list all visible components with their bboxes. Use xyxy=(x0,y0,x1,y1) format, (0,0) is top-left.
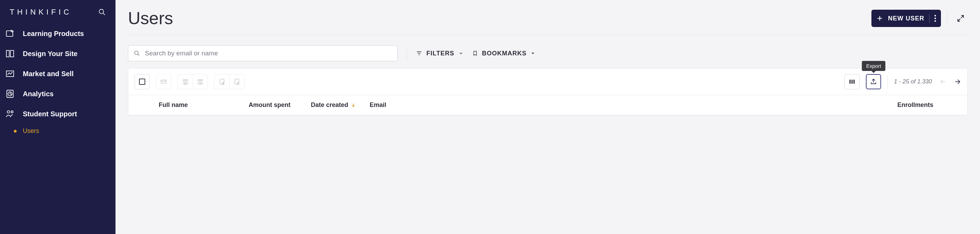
bookmarks-label: BOOKMARKS xyxy=(482,50,527,57)
svg-rect-4 xyxy=(10,51,13,57)
column-header-email[interactable]: Email xyxy=(366,101,456,109)
sidebar-item-label: Analytics xyxy=(23,90,54,98)
column-header-amount[interactable]: Amount spent xyxy=(245,101,307,109)
filter-icon xyxy=(416,50,422,56)
svg-point-29 xyxy=(198,80,200,82)
svg-rect-3 xyxy=(6,51,10,57)
sidebar-item-label: Student Support xyxy=(23,110,77,118)
chevron-down-icon xyxy=(458,51,463,56)
design-icon xyxy=(5,48,15,59)
analytics-icon xyxy=(5,89,15,99)
checkbox-icon xyxy=(139,79,145,85)
table-toolbar: Export 1 - 25 of 1.330 xyxy=(128,69,967,95)
triangle-down-icon xyxy=(531,51,535,55)
svg-line-1 xyxy=(103,13,105,15)
main-content: Users NEW USER xyxy=(116,0,980,234)
svg-point-30 xyxy=(200,80,203,82)
toolbar-left xyxy=(135,74,245,89)
sidebar-item-label: Market and Sell xyxy=(23,70,74,78)
add-to-group-button[interactable] xyxy=(177,74,192,89)
svg-point-17 xyxy=(135,51,138,55)
kebab-icon[interactable] xyxy=(934,15,936,22)
search-icon xyxy=(134,50,140,56)
svg-point-0 xyxy=(99,10,104,14)
select-all-checkbox[interactable] xyxy=(135,74,150,89)
columns-button[interactable] xyxy=(845,74,860,89)
enroll-actions xyxy=(214,74,245,89)
sidebar-item-design-site[interactable]: Design Your Site xyxy=(0,43,116,64)
header-actions: NEW USER xyxy=(872,10,967,27)
filters-button[interactable]: FILTERS xyxy=(416,50,463,57)
column-header-fullname[interactable]: Full name xyxy=(155,101,245,109)
toolbar-divider xyxy=(887,75,888,89)
plus-icon xyxy=(876,15,883,22)
group-actions xyxy=(177,74,208,89)
sidebar-item-analytics[interactable]: Analytics xyxy=(0,84,116,104)
sidebar-item-learning-products[interactable]: Learning Products xyxy=(0,24,116,43)
page-header: Users NEW USER xyxy=(128,8,967,35)
svg-point-8 xyxy=(7,111,10,113)
search-box[interactable] xyxy=(128,45,398,61)
svg-rect-40 xyxy=(850,80,851,84)
support-icon xyxy=(5,109,15,119)
sort-desc-icon xyxy=(351,103,356,108)
svg-point-13 xyxy=(934,18,936,19)
column-header-date[interactable]: Date created xyxy=(307,101,366,109)
svg-line-16 xyxy=(958,19,960,21)
controls-row: FILTERS BOOKMARKS xyxy=(128,35,967,68)
export-tooltip: Export xyxy=(862,61,885,71)
active-dot-icon xyxy=(14,130,17,133)
page-range: 1 - 25 of 1.330 xyxy=(894,78,932,85)
search-input[interactable] xyxy=(145,50,392,57)
sidebar-header: THINKIFIC xyxy=(0,4,116,24)
next-page-button[interactable] xyxy=(954,78,961,85)
search-icon[interactable] xyxy=(98,8,106,16)
pagination: 1 - 25 of 1.330 xyxy=(894,78,961,85)
sidebar-item-label: Learning Products xyxy=(23,30,84,38)
sidebar-item-label: Design Your Site xyxy=(23,50,78,58)
sidebar-item-market-sell[interactable]: Market and Sell xyxy=(0,64,116,84)
enroll-button[interactable] xyxy=(214,74,229,89)
users-table: Export 1 - 25 of 1.330 Full name Amo xyxy=(128,68,967,115)
sidebar-item-student-support[interactable]: Student Support xyxy=(0,104,116,124)
column-date-label: Date created xyxy=(311,101,348,109)
controls-divider xyxy=(407,46,407,60)
sidebar-subitem-label: Users xyxy=(23,127,39,135)
svg-marker-22 xyxy=(531,53,534,54)
brand-logo: THINKIFIC xyxy=(10,8,72,17)
svg-point-12 xyxy=(934,15,936,16)
svg-point-14 xyxy=(934,21,936,22)
export-button[interactable]: Export xyxy=(866,74,881,89)
svg-point-9 xyxy=(11,111,13,113)
new-user-button[interactable]: NEW USER xyxy=(872,10,941,27)
market-icon xyxy=(5,69,15,79)
header-divider xyxy=(947,11,948,26)
prev-page-button[interactable] xyxy=(940,78,947,85)
learning-products-icon xyxy=(5,28,15,39)
toolbar-right: Export 1 - 25 of 1.330 xyxy=(845,74,961,89)
svg-line-18 xyxy=(138,54,139,56)
table-header-row: Full name Amount spent Date created Emai… xyxy=(128,95,967,115)
column-header-enrollments[interactable]: Enrollments xyxy=(456,101,947,109)
svg-point-25 xyxy=(185,80,188,82)
remove-from-group-button[interactable] xyxy=(192,74,208,89)
svg-rect-41 xyxy=(852,80,853,84)
expand-button[interactable] xyxy=(954,11,967,25)
sidebar: THINKIFIC Learning Products Design Your … xyxy=(0,0,116,234)
page-title: Users xyxy=(128,8,173,28)
bookmark-icon xyxy=(473,50,478,56)
email-action-button[interactable] xyxy=(156,74,171,89)
new-user-label: NEW USER xyxy=(888,15,924,22)
svg-point-24 xyxy=(183,80,185,82)
filters-label: FILTERS xyxy=(426,50,454,57)
svg-rect-42 xyxy=(854,80,855,84)
unenroll-button[interactable] xyxy=(229,74,245,89)
sidebar-subitem-users[interactable]: Users xyxy=(0,124,116,138)
bookmarks-button[interactable]: BOOKMARKS xyxy=(473,50,535,57)
svg-line-15 xyxy=(961,16,963,18)
button-divider xyxy=(929,14,929,23)
